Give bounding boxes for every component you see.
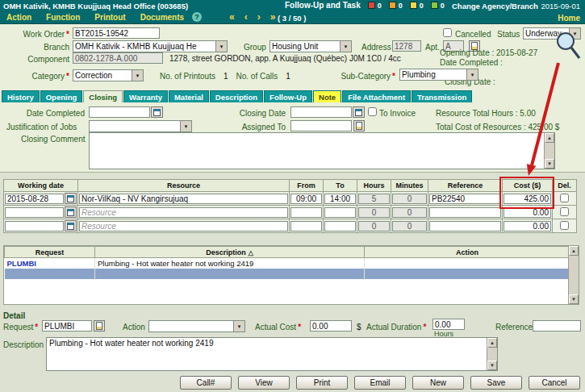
print-button[interactable]: Print xyxy=(296,376,348,390)
group-select[interactable]: Housing Unit ▼ xyxy=(270,40,352,52)
cost-input[interactable] xyxy=(504,194,551,204)
selected-empty-row[interactable] xyxy=(5,269,570,279)
from-input[interactable] xyxy=(290,221,322,231)
scroll-down-icon[interactable]: ▼ xyxy=(487,361,497,370)
new-button[interactable]: New xyxy=(412,376,464,390)
cost-input[interactable] xyxy=(504,221,551,231)
scroll-up-icon[interactable]: ▲ xyxy=(569,246,579,256)
tab-transmission[interactable]: Transmission xyxy=(412,90,472,102)
calendar-icon[interactable] xyxy=(151,106,163,118)
request-lookup-icon[interactable] xyxy=(94,320,105,332)
view-button[interactable]: View xyxy=(238,376,290,390)
assigned-to-lookup-icon[interactable] xyxy=(353,120,365,131)
scrollbar-track[interactable] xyxy=(569,256,579,294)
actual-cost-input[interactable] xyxy=(310,320,352,332)
menu-action[interactable]: Action xyxy=(6,13,31,22)
save-button[interactable]: Save xyxy=(470,376,522,390)
closing-date-input[interactable] xyxy=(290,106,352,118)
requests-scrollbar[interactable]: ▲ ▼ xyxy=(568,246,579,304)
tab-followup[interactable]: Follow-Up xyxy=(264,90,312,102)
message-counter[interactable]: 0 xyxy=(431,2,445,10)
working-date-input[interactable] xyxy=(5,194,64,204)
to-input[interactable] xyxy=(324,207,356,218)
empty-cell[interactable] xyxy=(365,269,570,279)
empty-cell[interactable] xyxy=(5,269,95,279)
scrollbar[interactable]: ▲ ▼ xyxy=(544,133,554,169)
work-order-input[interactable] xyxy=(73,27,160,39)
cost-input[interactable] xyxy=(504,207,551,218)
working-date-input[interactable] xyxy=(5,207,64,218)
actual-duration-input[interactable] xyxy=(432,319,465,330)
resource-input[interactable] xyxy=(79,194,288,204)
resource-input[interactable] xyxy=(79,207,288,218)
category-select[interactable]: Correction ▼ xyxy=(73,69,144,81)
change-agency-link[interactable]: Change Agency/Branch xyxy=(452,2,538,10)
col-request[interactable]: Request xyxy=(5,247,95,258)
scrollbar[interactable]: ▲ ▼ xyxy=(487,338,497,370)
to-invoice-checkbox[interactable] xyxy=(368,107,377,116)
tab-history[interactable]: History xyxy=(2,90,40,102)
component-input[interactable] xyxy=(73,52,163,64)
request-description-cell[interactable]: Plumbing - Hot water heater not working … xyxy=(95,258,365,269)
first-record-icon[interactable]: « xyxy=(229,12,235,22)
menu-printout[interactable]: Printout xyxy=(94,13,125,22)
closing-comment-textarea[interactable]: ▲ ▼ xyxy=(89,132,555,169)
calendar-icon[interactable] xyxy=(353,106,365,118)
reference-input[interactable] xyxy=(429,194,501,204)
empty-cell[interactable] xyxy=(95,269,365,279)
calendar-icon[interactable] xyxy=(65,220,77,231)
col-description[interactable]: Description△ xyxy=(95,247,365,258)
detail-request-input[interactable] xyxy=(42,320,92,332)
scroll-down-icon[interactable]: ▼ xyxy=(545,159,554,169)
address-input[interactable] xyxy=(392,40,421,52)
calendar-icon[interactable] xyxy=(65,206,77,218)
calendar-icon[interactable] xyxy=(65,193,77,204)
justification-select[interactable]: ▼ xyxy=(89,120,192,132)
menu-function[interactable]: Function xyxy=(46,13,80,22)
from-input[interactable] xyxy=(290,194,322,204)
tab-opening[interactable]: Opening xyxy=(40,90,83,102)
scrollbar-track[interactable] xyxy=(487,348,497,361)
to-input[interactable] xyxy=(324,221,356,231)
detail-reference-input[interactable] xyxy=(533,320,581,332)
next-record-icon[interactable]: › xyxy=(257,12,261,22)
tab-description[interactable]: Description xyxy=(210,90,263,102)
scroll-up-icon[interactable]: ▲ xyxy=(487,338,497,348)
menu-documents[interactable]: Documents xyxy=(140,13,184,22)
detail-description-textarea[interactable]: Plumbing - Hot water heater not working … xyxy=(46,337,498,371)
working-date-input[interactable] xyxy=(5,221,64,231)
home-link[interactable]: Home xyxy=(558,14,580,23)
scroll-up-icon[interactable]: ▲ xyxy=(545,133,554,143)
cancelled-checkbox[interactable] xyxy=(443,28,452,37)
request-action-cell[interactable] xyxy=(365,258,570,269)
scroll-down-icon[interactable]: ▼ xyxy=(569,294,579,304)
delete-checkbox[interactable] xyxy=(560,221,569,230)
assigned-to-input[interactable] xyxy=(290,120,352,131)
magnifier-icon[interactable] xyxy=(555,31,583,61)
tab-material[interactable]: Material xyxy=(169,90,209,102)
email-button[interactable]: Email xyxy=(354,376,406,390)
detail-action-select[interactable]: ▼ xyxy=(148,320,245,332)
reference-input[interactable] xyxy=(429,207,501,218)
to-input[interactable] xyxy=(324,194,356,204)
tab-closing[interactable]: Closing xyxy=(83,90,123,102)
last-record-icon[interactable]: » xyxy=(270,12,276,22)
cancel-button[interactable]: Cancel xyxy=(529,376,580,390)
task-counter[interactable]: 0 xyxy=(389,2,403,10)
date-completed-input[interactable] xyxy=(89,106,150,118)
alarm-counter[interactable]: 0 xyxy=(368,2,382,10)
tab-note[interactable]: Note xyxy=(313,90,341,102)
from-input[interactable] xyxy=(290,207,322,218)
request-code-cell[interactable]: PLUMBI xyxy=(5,258,95,269)
tab-file-attachment[interactable]: File Attachment xyxy=(342,90,411,102)
previous-record-icon[interactable]: ‹ xyxy=(244,12,248,22)
subcategory-select[interactable]: Plumbing ▼ xyxy=(399,69,478,81)
reference-input[interactable] xyxy=(429,221,501,231)
tab-warranty[interactable]: Warranty xyxy=(123,90,168,102)
call-button[interactable]: Call# xyxy=(180,376,232,390)
scrollbar-track[interactable] xyxy=(545,143,554,159)
resource-input[interactable] xyxy=(79,221,288,231)
branch-select[interactable]: OMH Kativik - KMHB Kuujjuaq He ▼ xyxy=(73,40,228,52)
delete-checkbox[interactable] xyxy=(560,207,569,216)
col-action[interactable]: Action xyxy=(365,247,570,258)
